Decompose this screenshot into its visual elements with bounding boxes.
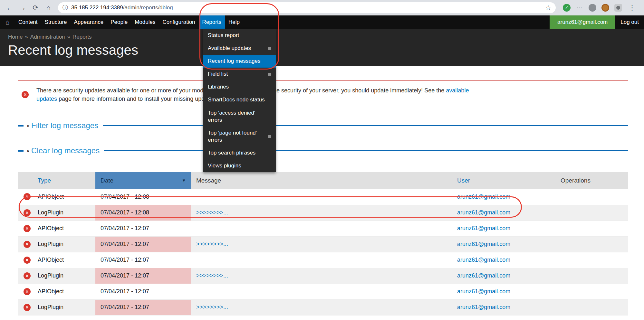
log-message-link[interactable]: >>>>>>>>... [196, 272, 228, 279]
log-status-cell: ✕ [18, 284, 36, 299]
menu-item-views-plugins[interactable]: Views plugins [203, 159, 276, 172]
faded-dots-extension-icon[interactable]: ⋯ [576, 4, 583, 12]
log-user-link[interactable]: arunz61@gmail.com [457, 225, 510, 231]
log-operations-cell [555, 252, 628, 268]
log-user-link[interactable]: arunz61@gmail.com [457, 272, 510, 279]
log-table: Type Date ▼ Message User Operations ✕ AP… [18, 172, 628, 320]
log-date-cell: 07/04/2017 - 12:08 [95, 189, 191, 205]
page-title: Recent log messages [8, 42, 644, 58]
log-message-cell: >>>>>>>>... [191, 268, 452, 284]
log-date-cell: 07/04/2017 - 12:07 [95, 268, 191, 284]
log-date-text: 07/04/2017 - 12:07 [101, 272, 149, 279]
capture-extension-icon[interactable] [614, 4, 622, 12]
log-date-cell: 07/04/2017 - 12:07 [95, 284, 191, 299]
url-host: 35.185.222.194:3389 [71, 5, 123, 11]
clear-log-messages-toggle[interactable]: Clear log messages [31, 146, 100, 155]
menu-item-smartdocs-node-status[interactable]: SmartDocs node status [203, 93, 276, 106]
log-user-link[interactable]: arunz61@gmail.com [457, 193, 510, 200]
log-user-link[interactable]: arunz61@gmail.com [457, 257, 510, 263]
log-table-row: ✕ LogPlugin 07/04/2017 - 12:07 >>>>>>>>.… [18, 236, 628, 252]
log-message-cell: >>>>>>>>... [191, 236, 452, 252]
log-date-text: 07/04/2017 - 12:07 [101, 225, 149, 231]
toolbar-item-modules[interactable]: Modules [131, 15, 159, 29]
log-operations-cell [555, 189, 628, 205]
log-message-link[interactable]: >>>>>>>>... [196, 209, 228, 216]
bookmark-star-icon[interactable]: ☆ [545, 4, 551, 12]
orange-extension-icon[interactable] [601, 4, 609, 12]
menu-item-top-search-phrases[interactable]: Top search phrases [203, 146, 276, 159]
log-status-cell: ✕ [18, 221, 36, 236]
log-date-text: 07/04/2017 - 12:07 [101, 257, 149, 263]
menu-item-top-page-not-found-errors[interactable]: Top 'page not found' errors [203, 127, 276, 146]
log-type-cell: APIObject [36, 315, 95, 320]
log-user-link[interactable]: arunz61@gmail.com [457, 304, 510, 310]
toolbar-item-content[interactable]: Content [15, 15, 41, 29]
log-operations-cell [555, 299, 628, 315]
toolbar-item-configuration[interactable]: Configuration [159, 15, 198, 29]
toolbar-item-help[interactable]: Help [225, 15, 243, 29]
log-user-link[interactable]: arunz61@gmail.com [457, 209, 510, 216]
date-header-label: Date [101, 177, 113, 184]
log-status-cell: ✕ [18, 252, 36, 268]
log-message-link[interactable]: >>>>>>>>... [196, 304, 228, 310]
log-message-link[interactable]: >>>>>>>>... [196, 241, 228, 247]
account-email[interactable]: arunz61@gmail.com [550, 15, 615, 29]
fieldset-rule [104, 150, 628, 151]
update-badge-icon [268, 73, 271, 76]
toolbar-item-people[interactable]: People [107, 15, 131, 29]
log-table-row: ✕ APIObject 07/04/2017 - 12:07 arunz61@g… [18, 284, 628, 299]
filter-log-messages-toggle[interactable]: Filter log messages [31, 121, 98, 130]
sort-user-link[interactable]: User [457, 177, 470, 184]
admin-home-icon[interactable]: ⌂ [0, 15, 15, 29]
fieldset-dash-icon [18, 150, 24, 152]
log-user-link[interactable]: arunz61@gmail.com [457, 241, 510, 247]
browser-chrome: ← → ⟳ ⌂ ⓘ 35.185.222.194:3389/admin/repo… [0, 0, 644, 15]
menu-item-field-list[interactable]: Field list [203, 68, 276, 80]
url-text: 35.185.222.194:3389/admin/reports/dblog [71, 5, 542, 11]
log-user-cell: arunz61@gmail.com [452, 284, 555, 299]
sort-type-link[interactable]: Type [38, 177, 51, 184]
breadcrumb-separator: » [67, 34, 70, 40]
browser-home-icon[interactable]: ⌂ [43, 2, 54, 14]
collapse-arrow-icon: ▸ [27, 123, 30, 128]
admin-menu: ContentStructureAppearancePeopleModulesC… [15, 15, 243, 29]
gray-extension-icon[interactable] [589, 4, 596, 12]
log-table-row: ✕ APIObject 07/04/2017 - 12:08 arunz61@g… [18, 189, 628, 205]
breadcrumb-administration-link[interactable]: Administration [30, 34, 65, 40]
log-date-text: 07/04/2017 - 12:07 [101, 304, 149, 310]
log-date-cell: 07/04/2017 - 12:08 [95, 205, 191, 221]
green-check-extension-icon[interactable]: ✓ [563, 4, 571, 12]
back-icon[interactable]: ← [4, 2, 15, 14]
logout-link[interactable]: Log out [615, 15, 644, 29]
log-message-cell [191, 221, 452, 236]
log-user-cell: arunz61@gmail.com [452, 252, 555, 268]
menu-item-recent-log-messages[interactable]: Recent log messages [203, 55, 276, 68]
error-icon: ✕ [24, 241, 31, 248]
log-type-cell: LogPlugin [36, 205, 95, 221]
menu-item-available-updates[interactable]: Available updates [203, 42, 276, 55]
page-info-icon[interactable]: ⓘ [62, 4, 68, 11]
log-status-cell: ✕ [18, 299, 36, 315]
browser-menu-icon[interactable]: ⋮ [627, 4, 637, 12]
warning-text-after: page for more information and to install… [57, 96, 217, 102]
log-table-row: ✕ APIObject 07/04/2017 - 12:07 arunz61@g… [18, 252, 628, 268]
menu-item-top-access-denied-errors[interactable]: Top 'access denied' errors [203, 107, 276, 127]
breadcrumb-home-link[interactable]: Home [8, 34, 23, 40]
log-status-cell: ✕ [18, 189, 36, 205]
address-bar[interactable]: ⓘ 35.185.222.194:3389/admin/reports/dblo… [58, 2, 556, 13]
log-user-cell: arunz61@gmail.com [452, 236, 555, 252]
menu-item-status-report[interactable]: Status report [203, 29, 276, 42]
log-date-cell: 07/04/2017 - 12:07 [95, 221, 191, 236]
reload-icon[interactable]: ⟳ [30, 2, 41, 14]
menu-item-libraries[interactable]: Libraries [203, 80, 276, 93]
log-date-cell: 07/04/2017 - 12:07 [95, 299, 191, 315]
clear-log-messages-fieldset: ▸ Clear log messages [18, 146, 628, 156]
menu-item-label: Top search phrases [208, 149, 255, 156]
toolbar-item-reports[interactable]: Reports [199, 15, 225, 29]
log-user-link[interactable]: arunz61@gmail.com [457, 288, 510, 295]
toolbar-item-appearance[interactable]: Appearance [71, 15, 107, 29]
sort-date-header[interactable]: Date ▼ [95, 172, 191, 189]
toolbar-item-structure[interactable]: Structure [41, 15, 71, 29]
forward-icon[interactable]: → [17, 2, 28, 14]
breadcrumb-reports-link[interactable]: Reports [72, 34, 92, 40]
